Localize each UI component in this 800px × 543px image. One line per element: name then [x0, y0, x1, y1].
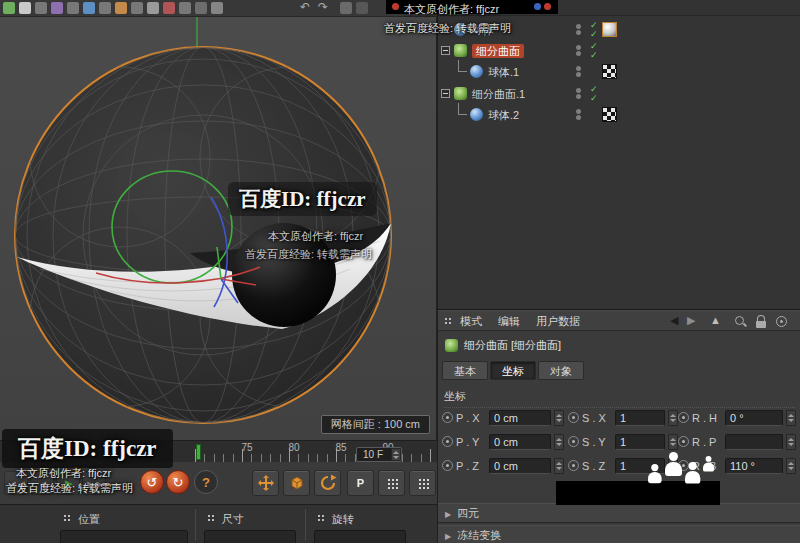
toolbar-icon[interactable]	[67, 2, 79, 14]
dial-icon[interactable]	[568, 436, 579, 447]
menu-user-data[interactable]: 用户数据	[536, 314, 580, 329]
lock-icon[interactable]	[756, 315, 766, 328]
visibility-checks[interactable]: ✓✓	[590, 42, 598, 60]
toolbar-icon[interactable]	[340, 2, 352, 14]
rotate-tool-button[interactable]	[314, 470, 341, 496]
dial-icon[interactable]	[442, 436, 453, 447]
grid-icon	[62, 513, 72, 523]
focus-icon[interactable]	[776, 316, 787, 327]
toolbar-icon[interactable]	[163, 2, 175, 14]
texture-tag-icon[interactable]	[602, 107, 617, 122]
rp-spinner[interactable]	[786, 434, 796, 450]
layer-dots[interactable]	[576, 87, 581, 100]
toolbar-icon[interactable]	[356, 2, 368, 14]
redo-arrow-icon[interactable]: ↷	[318, 0, 328, 14]
object-row[interactable]: 球体.1	[438, 62, 800, 82]
object-row[interactable]: 细分曲面 ✓✓	[438, 41, 800, 61]
toolbar-icon[interactable]	[19, 2, 31, 14]
toolbar-icon[interactable]	[51, 2, 63, 14]
material-tag-icon[interactable]	[602, 22, 617, 37]
rp-input[interactable]	[725, 434, 783, 450]
attribute-menubar: 模式 编辑 用户数据 ◀ ▶ ▲	[438, 311, 800, 331]
rotate-icon	[319, 474, 337, 492]
toolbar-icon[interactable]	[3, 2, 15, 14]
menu-edit[interactable]: 编辑	[498, 314, 520, 329]
sx-input[interactable]: 1	[615, 410, 665, 426]
history-back-icon[interactable]: ◀	[670, 314, 678, 327]
viewport-layout-button[interactable]	[409, 470, 436, 496]
menu-mode[interactable]: 模式	[460, 314, 482, 329]
frame-spinner[interactable]	[391, 448, 401, 461]
sphere-icon	[470, 65, 483, 78]
tab-coordinates[interactable]: 坐标	[490, 361, 536, 380]
dial-icon[interactable]	[568, 412, 579, 423]
history-forward-icon[interactable]: ▶	[687, 314, 695, 327]
toolbar-icon[interactable]	[35, 2, 47, 14]
size-x-input[interactable]	[204, 530, 296, 543]
frame-input[interactable]: 10 F	[356, 447, 402, 462]
toolbar-icon[interactable]	[115, 2, 127, 14]
dial-icon[interactable]	[442, 412, 453, 423]
py-label: P . Y	[456, 436, 486, 448]
object-label[interactable]: 球体.2	[488, 108, 519, 122]
object-row[interactable]: 细分曲面.1 ✓✓	[438, 84, 800, 104]
rh-input[interactable]: 0 °	[725, 410, 783, 426]
pz-label: P . Z	[456, 460, 486, 472]
object-label-selected[interactable]: 细分曲面	[472, 44, 524, 58]
undo-button[interactable]: ↺	[140, 470, 164, 494]
layer-dots[interactable]	[576, 108, 581, 121]
sx-spinner[interactable]	[668, 410, 678, 426]
tab-basic[interactable]: 基本	[442, 361, 488, 380]
viewport[interactable]: 网格间距 : 100 cm	[0, 17, 437, 440]
toolbar-icon[interactable]	[211, 2, 223, 14]
collapse-toggle-icon[interactable]	[441, 89, 450, 98]
toolbar-icon[interactable]	[83, 2, 95, 14]
layer-dots[interactable]	[576, 65, 581, 78]
tab-object[interactable]: 对象	[538, 361, 584, 380]
texture-tag-icon[interactable]	[602, 64, 617, 79]
panel-grid-icon[interactable]	[443, 316, 453, 326]
layer-dots[interactable]	[576, 44, 581, 57]
move-tool-button[interactable]	[252, 470, 279, 496]
rb-input[interactable]: 110 °	[725, 458, 783, 474]
viewport-canvas[interactable]	[0, 17, 437, 440]
help-button[interactable]: ?	[194, 470, 218, 494]
section-quaternion[interactable]: ▶四元	[438, 503, 800, 523]
rotation-h-input[interactable]	[314, 530, 406, 543]
visibility-checks[interactable]: ✓✓	[590, 85, 598, 103]
object-row[interactable]: 球体.2	[438, 105, 800, 125]
object-label[interactable]: 球体.1	[488, 65, 519, 79]
px-input[interactable]: 0 cm	[489, 410, 551, 426]
toolbar-icon[interactable]	[195, 2, 207, 14]
pz-input[interactable]: 0 cm	[489, 458, 551, 474]
toolbar-icon[interactable]	[99, 2, 111, 14]
sphere-icon	[470, 108, 483, 121]
search-icon[interactable]	[734, 315, 747, 328]
section-freeze-transform[interactable]: ▶冻结变换	[438, 525, 800, 543]
redo-button[interactable]: ↻	[166, 470, 190, 494]
sz-label: S . Z	[582, 460, 612, 472]
px-spinner[interactable]	[554, 410, 564, 426]
dial-icon[interactable]	[568, 460, 579, 471]
toolbar-icon[interactable]	[131, 2, 143, 14]
collapse-toggle-icon[interactable]	[441, 46, 450, 55]
timeline-marker[interactable]	[196, 444, 201, 460]
dial-icon[interactable]	[678, 412, 689, 423]
up-arrow-icon[interactable]: ▲	[710, 314, 721, 326]
layer-dots[interactable]	[576, 23, 581, 36]
py-input[interactable]: 0 cm	[489, 434, 551, 450]
scale-tool-button[interactable]	[283, 470, 310, 496]
rb-spinner[interactable]	[786, 458, 796, 474]
py-spinner[interactable]	[554, 434, 564, 450]
undo-arrow-icon[interactable]: ↶	[300, 0, 310, 14]
toolbar-icon[interactable]	[179, 2, 191, 14]
toolbar-icon[interactable]	[147, 2, 159, 14]
visibility-checks[interactable]: ✓✓	[590, 21, 598, 39]
grid-snap-button[interactable]	[378, 470, 405, 496]
object-label[interactable]: 细分曲面.1	[472, 87, 525, 101]
p-tool-button[interactable]: P	[347, 470, 374, 496]
pz-spinner[interactable]	[554, 458, 564, 474]
rh-spinner[interactable]	[786, 410, 796, 426]
dial-icon[interactable]	[442, 460, 453, 471]
position-x-input[interactable]	[60, 530, 188, 543]
